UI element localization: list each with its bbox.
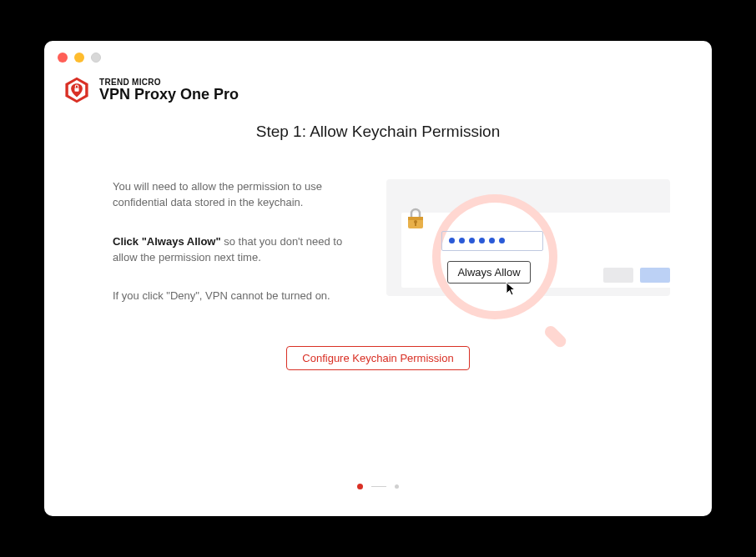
illustration-password-field (441, 231, 543, 251)
illustration-always-allow-button: Always Allow (447, 261, 530, 284)
instruction-para-3: If you click "Deny", VPN cannot be turne… (113, 289, 361, 304)
password-dot-icon (499, 238, 505, 243)
app-header: TREND MICRO VPN Proxy One Pro (44, 63, 712, 104)
configure-keychain-button[interactable]: Configure Keychain Permission (286, 346, 469, 370)
lock-icon (406, 208, 425, 229)
instruction-para-1: You will need to allow the permission to… (113, 179, 361, 211)
keychain-illustration: Always Allow (386, 179, 670, 329)
svg-rect-2 (74, 88, 78, 91)
svg-rect-6 (415, 223, 416, 226)
illustration-allow-label: Always Allow (457, 266, 520, 278)
illustration-button-placeholder (640, 268, 670, 283)
cta-row: Configure Keychain Permission (44, 346, 712, 370)
pager-dot-inactive[interactable] (395, 484, 399, 489)
instruction-para-2: Click "Always Allow" so that you don't n… (113, 234, 361, 266)
minimize-window-button[interactable] (74, 53, 84, 63)
brand-company: TREND MICRO (99, 78, 239, 87)
illustration-button-placeholder (603, 268, 633, 283)
cursor-icon (505, 281, 520, 296)
window-titlebar (44, 41, 712, 63)
illustration-side-buttons (603, 268, 670, 283)
step-title: Step 1: Allow Keychain Permission (44, 123, 712, 141)
pager-connector (371, 486, 386, 488)
app-window: TREND MICRO VPN Proxy One Pro Step 1: Al… (44, 41, 712, 516)
brand-logo-icon (63, 76, 91, 104)
magnifier-highlight: Always Allow (432, 194, 570, 332)
pager-dot-active[interactable] (357, 484, 363, 489)
password-dot-icon (469, 238, 475, 243)
brand-text-block: TREND MICRO VPN Proxy One Pro (99, 78, 239, 103)
instruction-para-2-bold: Click "Always Allow" (113, 235, 221, 248)
step-pager (44, 484, 712, 489)
svg-rect-4 (408, 217, 423, 220)
password-dot-icon (489, 238, 495, 243)
zoom-window-button (91, 53, 101, 63)
magnifier-circle: Always Allow (432, 194, 557, 319)
password-dot-icon (479, 238, 485, 243)
password-dot-icon (449, 238, 455, 243)
content-area: You will need to allow the permission to… (44, 141, 712, 329)
password-dot-icon (459, 238, 465, 243)
close-window-button[interactable] (58, 53, 68, 63)
instructions-block: You will need to allow the permission to… (113, 179, 361, 329)
brand-product: VPN Proxy One Pro (99, 87, 239, 103)
